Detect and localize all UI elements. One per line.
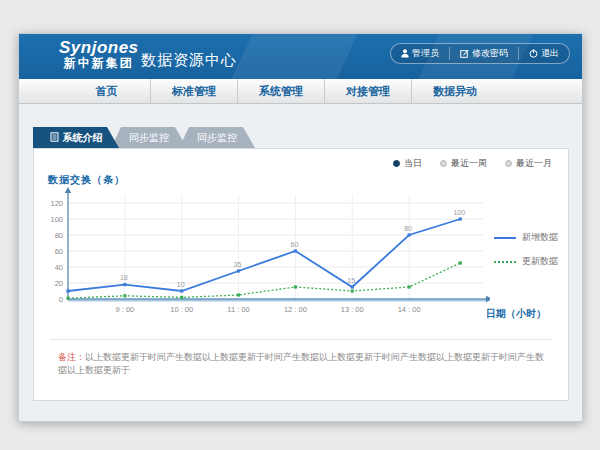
- tab-label: 同步监控: [197, 131, 237, 145]
- radio-label: 当日: [404, 157, 422, 170]
- svg-text:60: 60: [55, 247, 63, 256]
- tab-label: 系统介绍: [63, 131, 103, 145]
- user-menu-button[interactable]: 管理员: [391, 47, 449, 60]
- brand-name: Synjones: [59, 39, 139, 57]
- tab-sync-monitor-1[interactable]: 同步监控: [111, 127, 187, 148]
- tab-label: 同步监控: [129, 131, 169, 145]
- tab-sync-monitor-2[interactable]: 同步监控: [179, 127, 255, 148]
- radio-unselected-icon: [440, 160, 447, 167]
- radio-label: 最近一月: [516, 157, 552, 170]
- footnote: 备注：以上数据更新于时间产生数据以上数据更新于时间产生数据以上数据更新于时间产生…: [58, 351, 548, 376]
- nav-item-system-mgmt[interactable]: 系统管理: [237, 79, 324, 103]
- edit-icon: [460, 49, 469, 58]
- footnote-prefix: 备注：: [58, 352, 85, 362]
- user-toolbar: 管理员 修改密码 退出: [390, 43, 570, 64]
- radio-last-month[interactable]: 最近一月: [505, 157, 552, 170]
- svg-text:20: 20: [55, 279, 63, 288]
- nav-item-home[interactable]: 首页: [63, 79, 150, 103]
- line-chart: 0204060801001209 : 0010 : 0011 : 0012 : …: [40, 187, 490, 319]
- page-title: 数据资源中心: [141, 51, 237, 70]
- chart-panel: 当日 最近一周 最近一月 数据交换（条） 0204060801001209 : …: [33, 148, 569, 401]
- svg-text:100: 100: [453, 209, 465, 216]
- y-axis-title: 数据交换（条）: [48, 173, 125, 187]
- svg-text:15: 15: [347, 277, 355, 284]
- tab-system-intro[interactable]: 系统介绍: [33, 127, 119, 148]
- svg-text:13 : 00: 13 : 00: [341, 305, 364, 314]
- svg-text:14 : 00: 14 : 00: [398, 305, 421, 314]
- power-icon: [529, 49, 538, 58]
- logout-label: 退出: [541, 47, 559, 60]
- footnote-body: 以上数据更新于时间产生数据以上数据更新于时间产生数据以上数据更新于时间产生数据以…: [58, 352, 544, 375]
- legend-item-update-data: 更新数据: [494, 255, 558, 268]
- svg-text:0: 0: [59, 295, 63, 304]
- document-icon: [50, 132, 59, 144]
- svg-text:60: 60: [290, 241, 298, 248]
- x-axis-title: 日期（小时）: [486, 307, 546, 321]
- svg-text:10: 10: [177, 281, 185, 288]
- svg-text:18: 18: [120, 274, 128, 281]
- panel-divider: [50, 339, 552, 340]
- svg-text:11 : 00: 11 : 00: [227, 305, 249, 314]
- svg-text:40: 40: [55, 263, 63, 272]
- chart-legend: 新增数据 更新数据: [494, 231, 558, 268]
- logout-button[interactable]: 退出: [518, 47, 569, 60]
- radio-last-week[interactable]: 最近一周: [440, 157, 487, 170]
- app-header: Synjones 新中新集团 数据资源中心 管理员 修改密码: [19, 34, 582, 79]
- user-icon: [401, 49, 409, 58]
- nav-item-data-change[interactable]: 数据异动: [411, 79, 498, 103]
- brand-subtitle: 新中新集团: [59, 57, 139, 70]
- legend-label: 新增数据: [522, 231, 558, 244]
- svg-text:10 : 00: 10 : 00: [170, 305, 193, 314]
- svg-text:35: 35: [234, 261, 242, 268]
- nav-item-standard-mgmt[interactable]: 标准管理: [150, 79, 237, 103]
- svg-text:12 : 00: 12 : 00: [284, 305, 307, 314]
- change-password-label: 修改密码: [472, 47, 508, 60]
- change-password-button[interactable]: 修改密码: [449, 47, 518, 60]
- content-area: 系统介绍 同步监控 同步监控 当日 最近一周: [19, 104, 582, 421]
- user-label: 管理员: [412, 47, 439, 60]
- legend-item-new-data: 新增数据: [494, 231, 558, 244]
- radio-unselected-icon: [505, 160, 512, 167]
- svg-text:9 : 00: 9 : 00: [115, 305, 134, 314]
- svg-text:120: 120: [50, 199, 63, 208]
- radio-selected-icon: [393, 160, 400, 167]
- svg-text:80: 80: [55, 231, 63, 240]
- time-range-filter: 当日 最近一周 最近一月: [393, 157, 552, 170]
- nav-item-integration-mgmt[interactable]: 对接管理: [324, 79, 411, 103]
- brand-logo: Synjones 新中新集团: [59, 39, 139, 69]
- chart-container: 0204060801001209 : 0010 : 0011 : 0012 : …: [40, 187, 490, 323]
- solid-line-icon: [494, 237, 516, 239]
- radio-today[interactable]: 当日: [393, 157, 422, 170]
- svg-text:100: 100: [50, 215, 63, 224]
- tab-bar: 系统介绍 同步监控 同步监控: [33, 127, 255, 148]
- svg-text:80: 80: [404, 225, 412, 232]
- radio-label: 最近一周: [451, 157, 487, 170]
- legend-label: 更新数据: [522, 255, 558, 268]
- dotted-line-icon: [494, 261, 516, 263]
- main-nav: 首页 标准管理 系统管理 对接管理 数据异动: [19, 79, 582, 104]
- desktop-background: Synjones 新中新集团 数据资源中心 管理员 修改密码: [0, 0, 600, 450]
- app-window: Synjones 新中新集团 数据资源中心 管理员 修改密码: [18, 33, 583, 422]
